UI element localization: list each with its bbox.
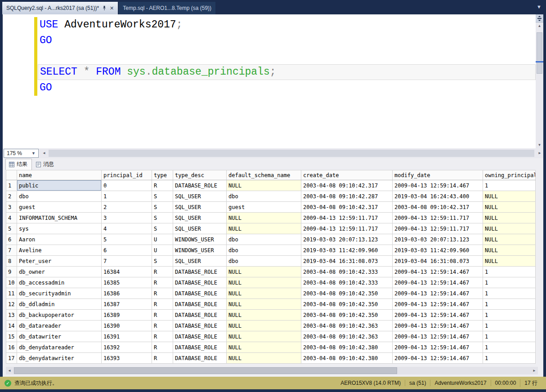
grid-cell[interactable]: SQL_USER: [173, 223, 227, 234]
grid-cell[interactable]: R: [152, 180, 173, 191]
grid-cell[interactable]: 2009-04-13 12:59:14.467: [393, 321, 483, 331]
zoom-dropdown[interactable]: 175 % ▼: [4, 149, 39, 158]
row-number[interactable]: 8: [6, 256, 17, 267]
grid-cell[interactable]: 1: [483, 299, 536, 310]
grid-cell[interactable]: NULL: [227, 277, 301, 288]
grid-cell[interactable]: 1: [483, 277, 536, 288]
tab-sqlquery2[interactable]: SQLQuery2.sql - A...rks2017 (sa (51))* ✕: [2, 2, 118, 14]
grid-cell[interactable]: DATABASE_ROLE: [173, 288, 227, 299]
grid-cell[interactable]: S: [152, 223, 173, 234]
grid-cell[interactable]: NULL: [483, 245, 536, 256]
row-number[interactable]: 7: [6, 245, 17, 256]
grid-cell[interactable]: dbo: [227, 191, 301, 202]
grid-cell[interactable]: WINDOWS_USER: [173, 234, 227, 245]
grid-cell[interactable]: SQL_USER: [173, 213, 227, 223]
grid-cell[interactable]: 0: [102, 180, 152, 191]
grid-cell[interactable]: db_backupoperator: [17, 310, 102, 321]
grid-cell[interactable]: 2003-04-08 09:10:42.333: [301, 267, 393, 277]
grid-cell[interactable]: S: [152, 191, 173, 202]
grid-cell[interactable]: DATABASE_ROLE: [173, 180, 227, 191]
row-number[interactable]: 10: [6, 277, 17, 288]
scroll-down-icon[interactable]: ▼: [536, 142, 543, 148]
grid-cell[interactable]: NULL: [227, 288, 301, 299]
grid-cell[interactable]: NULL: [483, 234, 536, 245]
row-number[interactable]: 9: [6, 267, 17, 277]
row-number[interactable]: 5: [6, 223, 17, 234]
tab-list-chevron-icon[interactable]: ▼: [537, 4, 542, 9]
grid-cell[interactable]: 2019-03-03 20:07:13.123: [393, 234, 483, 245]
row-number[interactable]: 6: [6, 234, 17, 245]
column-header[interactable]: default_schema_name: [227, 170, 301, 180]
scroll-up-icon[interactable]: ▲: [536, 22, 543, 29]
grid-cell[interactable]: DATABASE_ROLE: [173, 299, 227, 310]
grid-cell[interactable]: 1: [483, 331, 536, 342]
column-header[interactable]: create_date: [301, 170, 393, 180]
grid-cell[interactable]: DATABASE_ROLE: [173, 331, 227, 342]
grid-cell[interactable]: Peter_user: [17, 256, 102, 267]
grid-cell[interactable]: dbo: [227, 245, 301, 256]
grid-cell[interactable]: 2019-03-04 16:24:43.400: [393, 191, 483, 202]
grid-cell[interactable]: db_ddladmin: [17, 299, 102, 310]
grid-cell[interactable]: R: [152, 353, 173, 364]
grid-cell[interactable]: R: [152, 288, 173, 299]
pin-icon[interactable]: [102, 5, 107, 11]
grid-cell[interactable]: 5: [102, 234, 152, 245]
grid-cell[interactable]: public: [17, 180, 102, 191]
scrollbar-thumb[interactable]: [49, 150, 534, 157]
grid-cell[interactable]: 2009-04-13 12:59:14.467: [393, 310, 483, 321]
grid-cell[interactable]: 2009-04-13 12:59:14.467: [393, 353, 483, 364]
grid-cell[interactable]: NULL: [227, 223, 301, 234]
scroll-left-icon[interactable]: ◄: [40, 148, 48, 158]
grid-cell[interactable]: NULL: [227, 331, 301, 342]
grid-cell[interactable]: dbo: [17, 191, 102, 202]
grid-cell[interactable]: 1: [483, 353, 536, 364]
grid-cell[interactable]: 2009-04-13 12:59:11.717: [393, 223, 483, 234]
grid-cell[interactable]: R: [152, 321, 173, 331]
grid-cell[interactable]: Aveline: [17, 245, 102, 256]
grid-cell[interactable]: R: [152, 277, 173, 288]
editor-horizontal-scrollbar[interactable]: ◄ ►: [40, 148, 543, 158]
grid-cell[interactable]: U: [152, 234, 173, 245]
grid-cell[interactable]: 2003-04-08 09:10:42.333: [301, 277, 393, 288]
grid-cell[interactable]: 6: [102, 245, 152, 256]
grid-cell[interactable]: S: [152, 202, 173, 213]
grid-cell[interactable]: 1: [483, 180, 536, 191]
column-header[interactable]: owning_principal: [483, 170, 536, 180]
column-header[interactable]: name: [17, 170, 102, 180]
grid-cell[interactable]: db_denydatawriter: [17, 353, 102, 364]
grid-cell[interactable]: NULL: [227, 180, 301, 191]
grid-cell[interactable]: 16387: [102, 299, 152, 310]
row-number[interactable]: 14: [6, 321, 17, 331]
grid-cell[interactable]: 2009-04-13 12:59:11.717: [301, 213, 393, 223]
grid-cell[interactable]: DATABASE_ROLE: [173, 267, 227, 277]
grid-cell[interactable]: DATABASE_ROLE: [173, 353, 227, 364]
grid-cell[interactable]: 4: [102, 223, 152, 234]
close-icon[interactable]: ✕: [110, 5, 114, 11]
grid-cell[interactable]: 16390: [102, 321, 152, 331]
row-number[interactable]: 13: [6, 310, 17, 321]
scroll-left-icon[interactable]: ◄: [6, 367, 13, 374]
grid-cell[interactable]: U: [152, 245, 173, 256]
split-editor-button[interactable]: [536, 14, 543, 22]
grid-cell[interactable]: NULL: [483, 191, 536, 202]
grid-cell[interactable]: S: [152, 213, 173, 223]
grid-cell[interactable]: NULL: [227, 213, 301, 223]
grid-cell[interactable]: SQL_USER: [173, 202, 227, 213]
grid-cell[interactable]: guest: [227, 202, 301, 213]
row-number[interactable]: 15: [6, 331, 17, 342]
grid-cell[interactable]: 2009-04-13 12:59:14.467: [393, 267, 483, 277]
grid-cell[interactable]: WINDOWS_USER: [173, 245, 227, 256]
grid-cell[interactable]: NULL: [483, 223, 536, 234]
grid-cell[interactable]: 16384: [102, 267, 152, 277]
grid-cell[interactable]: 2003-04-08 09:10:42.317: [393, 202, 483, 213]
grid-cell[interactable]: NULL: [483, 202, 536, 213]
grid-cell[interactable]: 2: [102, 202, 152, 213]
grid-cell[interactable]: 16391: [102, 331, 152, 342]
column-header[interactable]: type_desc: [173, 170, 227, 180]
grid-cell[interactable]: INFORMATION_SCHEMA: [17, 213, 102, 223]
grid-cell[interactable]: 2019-03-04 16:31:08.073: [301, 256, 393, 267]
sql-editor[interactable]: USE AdventureWorks2017;GO SELECT * FROM …: [3, 14, 536, 148]
grid-cell[interactable]: 2019-03-04 16:31:08.073: [393, 256, 483, 267]
grid-cell[interactable]: 16386: [102, 288, 152, 299]
grid-cell[interactable]: 2019-03-03 11:42:09.960: [393, 245, 483, 256]
